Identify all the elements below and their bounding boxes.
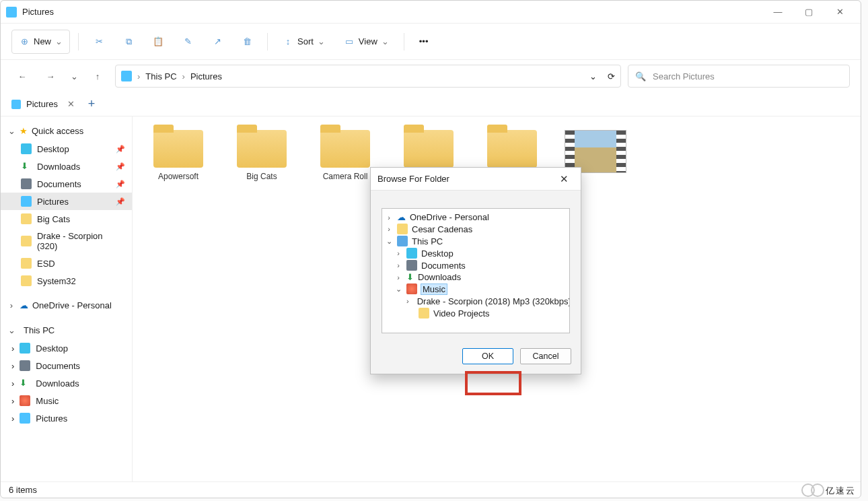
watermark: 亿速云 xyxy=(801,481,856,497)
rename-icon: ✎ xyxy=(182,36,193,47)
sidebar-item-documents[interactable]: Documents📌 xyxy=(1,175,132,193)
sort-button[interactable]: ↕ Sort ⌄ xyxy=(276,30,332,54)
quick-access-label: Quick access xyxy=(32,126,83,136)
chevron-down-icon: ⌄ xyxy=(385,237,393,246)
chevron-right-icon: › xyxy=(7,300,15,310)
tab-strip: Pictures ✕ + xyxy=(1,92,861,116)
nav-row: ← → ⌄ ↑ › This PC › Pictures ⌄ ⟳ 🔍 Searc… xyxy=(1,60,861,92)
cut-button[interactable]: ✂ xyxy=(87,30,111,54)
minimize-button[interactable]: — xyxy=(762,1,793,24)
onedrive-icon: ☁ xyxy=(397,212,406,222)
sidebar-item-drake[interactable]: Drake - Scorpion (320) xyxy=(1,228,132,255)
sidebar-pc-downloads[interactable]: ›⬇Downloads xyxy=(1,374,132,392)
up-button[interactable]: ↑ xyxy=(87,65,108,87)
folder-icon xyxy=(397,224,408,234)
folder-icon xyxy=(21,258,32,269)
tree-item-onedrive[interactable]: ›☁OneDrive - Personal xyxy=(382,211,569,223)
tree-item-desktop[interactable]: ›Desktop xyxy=(382,247,569,259)
recent-button[interactable]: ⌄ xyxy=(68,65,80,87)
delete-button[interactable]: 🗑 xyxy=(235,30,259,54)
folder-item[interactable]: Apowersoft xyxy=(146,130,211,181)
view-button[interactable]: ▭ View ⌄ xyxy=(337,30,396,54)
copy-button[interactable]: ⧉ xyxy=(116,30,141,54)
chevron-right-icon: › xyxy=(11,361,14,371)
app-icon xyxy=(6,7,17,18)
new-tab-button[interactable]: + xyxy=(81,94,102,114)
music-icon xyxy=(20,395,30,406)
chevron-right-icon: › xyxy=(394,261,402,269)
sidebar-item-desktop[interactable]: Desktop📌 xyxy=(1,140,132,158)
trash-icon: 🗑 xyxy=(242,36,252,47)
paste-button[interactable]: 📋 xyxy=(146,30,170,54)
history-dropdown[interactable]: ⌄ xyxy=(589,71,597,81)
close-tab-button[interactable]: ✕ xyxy=(67,99,75,109)
folder-item[interactable]: Big Cats xyxy=(229,130,294,181)
downloads-icon: ⬇ xyxy=(20,378,30,389)
sidebar-item-pictures[interactable]: Pictures📌 xyxy=(1,193,132,210)
share-icon: ↗ xyxy=(212,36,223,47)
pin-icon: 📌 xyxy=(116,145,125,154)
pc-icon xyxy=(397,236,408,246)
sidebar: ⌄ ★ Quick access Desktop📌 ⬇Downloads📌 Do… xyxy=(1,116,133,481)
this-pc-label: This PC xyxy=(24,325,55,335)
tree-item-downloads[interactable]: ›⬇Downloads xyxy=(382,271,569,283)
chevron-right-icon: › xyxy=(11,343,14,354)
folder-icon xyxy=(21,275,32,286)
tab-pictures[interactable]: Pictures ✕ xyxy=(5,94,81,114)
folder-icon xyxy=(237,130,287,168)
chevron-right-icon: › xyxy=(182,71,185,81)
tree-item-documents[interactable]: ›Documents xyxy=(382,259,569,271)
folder-icon xyxy=(320,130,370,168)
refresh-button[interactable]: ⟳ xyxy=(608,71,615,81)
tree-item-music[interactable]: ⌄Music xyxy=(382,283,569,295)
folder-icon xyxy=(404,130,454,168)
cancel-button[interactable]: Cancel xyxy=(520,348,571,364)
breadcrumb-root[interactable]: This PC xyxy=(145,71,176,81)
pictures-icon xyxy=(21,196,32,207)
watermark-text: 亿速云 xyxy=(826,486,856,496)
folder-icon xyxy=(21,236,32,246)
share-button[interactable]: ↗ xyxy=(205,30,229,54)
tree-item-thispc[interactable]: ⌄This PC xyxy=(382,235,569,247)
sidebar-pc-documents[interactable]: ›Documents xyxy=(1,357,132,374)
new-button[interactable]: ⊕ New ⌄ xyxy=(11,30,70,54)
desktop-icon xyxy=(21,143,32,154)
sidebar-onedrive[interactable]: › ☁ OneDrive - Personal xyxy=(1,296,132,314)
address-bar[interactable]: › This PC › Pictures ⌄ ⟳ xyxy=(115,65,621,88)
folder-tree[interactable]: ›☁OneDrive - Personal ›Cesar Cadenas ⌄Th… xyxy=(382,208,570,333)
onedrive-icon: ☁ xyxy=(20,300,28,310)
folder-item[interactable]: Camera Roll xyxy=(313,130,377,181)
breadcrumb-leaf[interactable]: Pictures xyxy=(190,71,222,81)
tree-item-user[interactable]: ›Cesar Cadenas xyxy=(382,223,569,235)
command-bar: ⊕ New ⌄ ✂ ⧉ 📋 ✎ ↗ 🗑 ↕ Sort ⌄ ▭ View ⌄ ••… xyxy=(1,24,861,60)
pin-icon: 📌 xyxy=(116,162,125,171)
more-button[interactable]: ••• xyxy=(412,30,435,54)
chevron-down-icon: ⌄ xyxy=(382,36,389,46)
sidebar-pc-music[interactable]: ›Music xyxy=(1,392,132,409)
chevron-right-icon: › xyxy=(11,396,14,406)
desktop-icon xyxy=(406,248,417,259)
sidebar-this-pc[interactable]: ⌄ This PC xyxy=(1,321,132,339)
search-box[interactable]: 🔍 Search Pictures xyxy=(628,65,850,88)
sidebar-item-downloads[interactable]: ⬇Downloads📌 xyxy=(1,158,132,175)
sidebar-quick-access[interactable]: ⌄ ★ Quick access xyxy=(1,122,132,140)
chevron-right-icon: › xyxy=(11,378,14,389)
sidebar-item-system32[interactable]: System32 xyxy=(1,272,132,290)
dialog-close-button[interactable]: ✕ xyxy=(554,173,574,185)
tree-item-videoprojects[interactable]: Video Projects xyxy=(382,307,569,319)
maximize-button[interactable]: ▢ xyxy=(793,1,824,24)
rename-button[interactable]: ✎ xyxy=(176,30,200,54)
tree-item-drake[interactable]: ›Drake - Scorpion (2018) Mp3 (320kbps) xyxy=(382,295,569,307)
chevron-right-icon: › xyxy=(137,71,140,81)
chevron-down-icon: ⌄ xyxy=(7,126,15,136)
close-button[interactable]: ✕ xyxy=(824,1,855,24)
plus-circle-icon: ⊕ xyxy=(19,36,30,47)
sidebar-pc-desktop[interactable]: ›Desktop xyxy=(1,339,132,357)
sidebar-pc-pictures[interactable]: ›Pictures xyxy=(1,409,132,427)
forward-button[interactable]: → xyxy=(40,65,61,87)
back-button[interactable]: ← xyxy=(11,65,33,87)
ok-button[interactable]: OK xyxy=(462,348,513,364)
sidebar-item-bigcats[interactable]: Big Cats xyxy=(1,210,132,228)
star-icon: ★ xyxy=(20,126,28,136)
sidebar-item-esd[interactable]: ESD xyxy=(1,255,132,272)
